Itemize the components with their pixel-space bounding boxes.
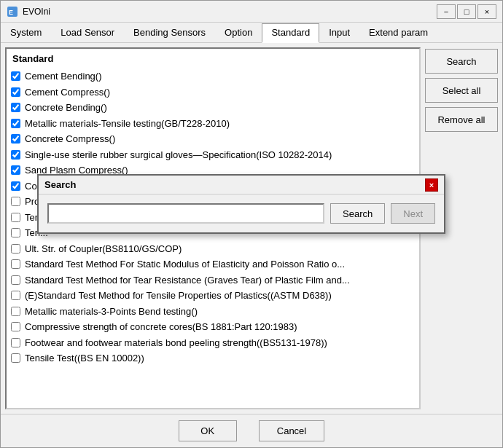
ok-button[interactable]: OK bbox=[179, 420, 237, 441]
item-checkbox-2[interactable] bbox=[11, 87, 20, 97]
item-checkbox-15[interactable] bbox=[11, 291, 20, 300]
window-controls: − □ × bbox=[437, 4, 496, 19]
maximize-button[interactable]: □ bbox=[457, 4, 476, 19]
list-header: Standard bbox=[9, 52, 416, 66]
item-checkbox-1[interactable] bbox=[11, 71, 20, 81]
list-item: Single-use sterile rubber surgical glove… bbox=[9, 147, 416, 163]
item-label-16: Metallic materials-3-Points Bend testing… bbox=[25, 304, 198, 319]
dialog-next-button[interactable]: Next bbox=[391, 203, 435, 224]
cancel-button[interactable]: Cancel bbox=[259, 420, 324, 441]
item-label-13: Standard Test Method For Static Modulus … bbox=[25, 257, 345, 272]
list-item: Metallic materials-Tensile testing(GB/T2… bbox=[9, 116, 416, 132]
item-label-18: Footwear and footwear materials bond pee… bbox=[25, 336, 327, 350]
dialog-title-bar: Search × bbox=[39, 176, 444, 194]
title-bar: E EVOIni − □ × bbox=[1, 1, 502, 23]
dialog-close-button[interactable]: × bbox=[425, 178, 438, 192]
content-area: Standard Cement Bending() Cement Compres… bbox=[1, 43, 502, 414]
item-checkbox-18[interactable] bbox=[11, 338, 20, 347]
item-checkbox-11[interactable] bbox=[11, 228, 20, 237]
item-label-5: Concrete Compress() bbox=[25, 132, 115, 146]
list-item: Footwear and footwear materials bond pee… bbox=[9, 335, 416, 351]
item-checkbox-9[interactable] bbox=[11, 197, 20, 206]
tab-standard[interactable]: Standard bbox=[262, 23, 319, 43]
list-item: Compressive strength of concrete cores(B… bbox=[9, 319, 416, 335]
search-input[interactable] bbox=[47, 203, 324, 224]
list-item: Ult. Str. of Coupler(BS8110/GS/COP) bbox=[9, 241, 416, 257]
list-item: Standard Test Method for Tear Resistance… bbox=[9, 272, 416, 288]
item-checkbox-12[interactable] bbox=[11, 244, 20, 254]
item-label-12: Ult. Str. of Coupler(BS8110/GS/COP) bbox=[25, 242, 182, 256]
item-label-6: Single-use sterile rubber surgical glove… bbox=[25, 148, 332, 162]
item-checkbox-5[interactable] bbox=[11, 134, 20, 144]
svg-text:E: E bbox=[9, 9, 13, 16]
list-item: Concrete Compress() bbox=[9, 131, 416, 147]
search-button[interactable]: Search bbox=[425, 49, 498, 74]
list-item: Standard Test Method For Static Modulus … bbox=[9, 256, 416, 272]
item-checkbox-6[interactable] bbox=[11, 150, 20, 160]
tab-load-sensor[interactable]: Load Sensor bbox=[51, 23, 124, 42]
item-checkbox-16[interactable] bbox=[11, 307, 20, 316]
tab-extend-param[interactable]: Extend param bbox=[359, 23, 437, 42]
item-checkbox-14[interactable] bbox=[11, 275, 20, 285]
item-checkbox-13[interactable] bbox=[11, 259, 20, 269]
dialog-title: Search bbox=[44, 179, 425, 190]
list-item: Cement Compress() bbox=[9, 85, 416, 101]
app-icon: E bbox=[7, 6, 18, 17]
tab-option[interactable]: Option bbox=[215, 23, 262, 42]
item-label-4: Metallic materials-Tensile testing(GB/T2… bbox=[25, 117, 230, 131]
item-label-17: Compressive strength of concrete cores(B… bbox=[25, 320, 297, 334]
minimize-button[interactable]: − bbox=[437, 4, 456, 19]
tab-bending-sensors[interactable]: Bending Sensors bbox=[124, 23, 215, 42]
item-checkbox-8[interactable] bbox=[11, 181, 20, 191]
dialog-body: Search Next bbox=[39, 194, 444, 232]
bottom-bar: OK Cancel bbox=[1, 414, 502, 447]
list-item: Metallic materials-3-Points Bend testing… bbox=[9, 304, 416, 320]
tab-system[interactable]: System bbox=[1, 23, 51, 42]
search-dialog: Search × Search Next bbox=[37, 174, 445, 234]
item-label-3: Concrete Bending() bbox=[25, 101, 107, 115]
item-checkbox-3[interactable] bbox=[11, 103, 20, 112]
item-checkbox-4[interactable] bbox=[11, 119, 20, 128]
list-item: (E)Standard Test Method for Tensile Prop… bbox=[9, 288, 416, 304]
remove-all-button[interactable]: Remove all bbox=[425, 107, 498, 132]
item-label-15: (E)Standard Test Method for Tensile Prop… bbox=[25, 288, 332, 303]
list-item: Concrete Bending() bbox=[9, 100, 416, 116]
item-checkbox-17[interactable] bbox=[11, 322, 20, 331]
list-item: Cement Bending() bbox=[9, 68, 416, 85]
item-label-14: Standard Test Method for Tear Resistance… bbox=[25, 273, 350, 288]
item-label-1: Cement Bending() bbox=[25, 69, 102, 84]
menu-bar: System Load Sensor Bending Sensors Optio… bbox=[1, 23, 502, 43]
window-title: EVOIni bbox=[23, 7, 437, 17]
dialog-search-button[interactable]: Search bbox=[330, 203, 385, 224]
list-item: Tensile Test((BS EN 10002)) bbox=[9, 350, 416, 366]
tab-input[interactable]: Input bbox=[319, 23, 359, 42]
item-label-2: Cement Compress() bbox=[25, 85, 110, 100]
select-all-button[interactable]: Select all bbox=[425, 78, 498, 103]
item-checkbox-19[interactable] bbox=[11, 353, 20, 363]
close-button[interactable]: × bbox=[477, 4, 496, 19]
item-checkbox-10[interactable] bbox=[11, 213, 20, 222]
item-label-19: Tensile Test((BS EN 10002)) bbox=[25, 351, 144, 366]
main-window: E EVOIni − □ × System Load Sensor Bendin… bbox=[0, 0, 503, 448]
item-checkbox-7[interactable] bbox=[11, 165, 20, 175]
